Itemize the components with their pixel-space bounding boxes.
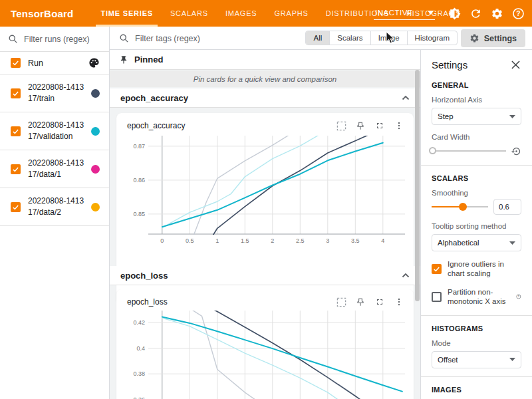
run-row-validation[interactable]: 20220808-141317/validation	[0, 112, 109, 150]
cards-scroll-area[interactable]: Pinned Pin cards for a quick view and co…	[110, 50, 420, 399]
svg-text:0.4: 0.4	[136, 345, 145, 352]
select-all-runs-checkbox[interactable]	[11, 58, 21, 68]
tag-filter-histogram[interactable]: Histogram	[407, 31, 457, 45]
scalars-section-header: SCALARS	[432, 174, 521, 182]
check-icon	[12, 90, 19, 97]
tags-toolbar: Filter tags (regex) All Scalars Image Hi…	[110, 27, 532, 50]
chevron-down-icon	[509, 115, 515, 118]
smoothing-label: Smoothing	[432, 189, 521, 197]
tag-filter-all[interactable]: All	[306, 31, 329, 45]
palette-icon[interactable]	[88, 57, 100, 68]
run-color-dot	[91, 203, 100, 211]
card-title: epoch_accuracy	[127, 121, 185, 130]
svg-text:4: 4	[381, 237, 384, 244]
check-icon	[12, 128, 19, 135]
fullscreen-icon[interactable]	[373, 295, 386, 309]
tooltip-sorting-dropdown[interactable]: Alphabetical	[432, 234, 521, 251]
tab-scalars[interactable]: SCALARS	[162, 0, 217, 27]
tag-type-filter-group: All Scalars Image Histogram	[305, 31, 458, 45]
run-checkbox-data-2[interactable]	[11, 202, 21, 212]
pin-icon	[119, 55, 128, 65]
help-icon[interactable]: ?	[509, 5, 527, 22]
chevron-down-icon	[509, 358, 515, 361]
check-icon	[12, 59, 19, 66]
collapse-chevron-icon[interactable]	[402, 273, 410, 278]
pinned-empty-band: Pin cards for a quick view and compariso…	[110, 70, 420, 87]
histograms-section-header: HISTOGRAMS	[432, 325, 521, 332]
help-icon[interactable]: ?	[516, 293, 521, 301]
tab-time-series[interactable]: TIME SERIES	[92, 0, 161, 27]
collapse-chevron-icon[interactable]	[402, 95, 410, 100]
pinned-section-header: Pinned	[110, 50, 420, 70]
runs-sidebar: Filter runs (regex) Run 20220808-141317/…	[0, 27, 110, 399]
epoch-loss-chart[interactable]: 00.511.522.533.540.360.380.40.42	[119, 309, 410, 399]
run-row-data-1[interactable]: 20220808-141317/data/1	[0, 150, 109, 188]
reload-status-dropdown[interactable]: INACTIVE	[374, 7, 435, 20]
histogram-mode-label: Mode	[432, 339, 521, 347]
run-color-dot	[91, 127, 100, 136]
run-color-dot	[91, 165, 100, 174]
filter-tags-placeholder: Filter tags (regex)	[135, 34, 200, 43]
run-row-data-2[interactable]: 20220808-141317/data/2	[0, 188, 109, 226]
filter-runs-input[interactable]: Filter runs (regex)	[0, 27, 109, 52]
pinned-empty-message: Pin cards for a quick view and compariso…	[194, 75, 336, 83]
smoothing-value-input[interactable]: 0.6	[493, 199, 521, 215]
more-options-icon[interactable]	[392, 295, 406, 309]
section-header-epoch-accuracy[interactable]: epoch_accuracy	[110, 88, 420, 108]
epoch-accuracy-chart[interactable]: 00.511.522.533.540.850.860.87	[119, 134, 410, 246]
settings-panel: Settings GENERAL Horizontal Axis Step Ca…	[420, 50, 532, 399]
svg-text:2: 2	[271, 237, 274, 244]
section-header-epoch-loss[interactable]: epoch_loss	[110, 266, 420, 285]
card-title: epoch_loss	[127, 297, 168, 307]
general-section-header: GENERAL	[432, 81, 521, 89]
tab-graphs[interactable]: GRAPHS	[265, 0, 317, 27]
more-options-icon[interactable]	[392, 119, 406, 132]
slider-thumb[interactable]	[429, 147, 436, 154]
svg-text:?: ?	[516, 10, 520, 17]
ignore-outliers-label: Ignore outliers in chart scaling	[448, 259, 521, 279]
pin-card-icon[interactable]	[354, 119, 367, 132]
tab-images[interactable]: IMAGES	[217, 0, 266, 27]
tensorboard-logo: TensorBoard	[11, 8, 73, 19]
histogram-mode-dropdown[interactable]: Offset	[432, 351, 521, 368]
slider-thumb[interactable]	[459, 203, 467, 211]
tag-filter-image[interactable]: Image	[370, 31, 407, 45]
fit-to-data-icon[interactable]	[334, 295, 348, 309]
search-icon	[119, 33, 129, 43]
fit-to-data-icon[interactable]	[334, 119, 348, 132]
run-checkbox-train[interactable]	[11, 88, 21, 98]
check-icon	[12, 166, 19, 173]
horizontal-axis-label: Horizontal Axis	[432, 96, 521, 104]
run-checkbox-validation[interactable]	[11, 126, 21, 136]
svg-text:1.5: 1.5	[241, 237, 249, 244]
partition-x-axis-checkbox[interactable]	[432, 292, 442, 302]
smoothing-slider[interactable]	[432, 202, 488, 211]
svg-text:0.87: 0.87	[133, 143, 145, 150]
run-row-train[interactable]: 20220808-141317/train	[0, 74, 109, 112]
runs-header-row: Run	[0, 52, 109, 74]
svg-text:2.5: 2.5	[296, 237, 305, 244]
ignore-outliers-checkbox[interactable]	[432, 264, 442, 274]
pinned-label: Pinned	[134, 55, 163, 65]
gear-icon[interactable]	[488, 5, 505, 22]
svg-text:0: 0	[160, 237, 164, 244]
run-label: 20220808-141317/train	[28, 82, 86, 105]
brightness-toggle-icon[interactable]	[446, 5, 463, 22]
filter-tags-input[interactable]: Filter tags (regex)	[119, 27, 200, 50]
tag-filter-scalars[interactable]: Scalars	[329, 31, 370, 45]
close-icon[interactable]	[509, 59, 521, 70]
card-width-slider[interactable]	[432, 146, 506, 156]
run-checkbox-data-1[interactable]	[11, 164, 21, 174]
vertical-scrollbar[interactable]	[415, 70, 420, 301]
filter-runs-placeholder: Filter runs (regex)	[24, 35, 90, 44]
partition-x-axis-label: Partition non-monotonic X axis ?	[448, 287, 521, 307]
tooltip-sorting-label: Tooltip sorting method	[432, 222, 521, 230]
svg-text:0.86: 0.86	[133, 177, 145, 184]
settings-button[interactable]: Settings	[461, 29, 525, 47]
pin-card-icon[interactable]	[354, 295, 367, 309]
horizontal-axis-dropdown[interactable]: Step	[432, 108, 521, 125]
run-label: 20220808-141317/validation	[28, 120, 86, 143]
reset-icon[interactable]	[511, 146, 521, 156]
refresh-icon[interactable]	[467, 5, 484, 22]
fullscreen-icon[interactable]	[373, 119, 386, 132]
